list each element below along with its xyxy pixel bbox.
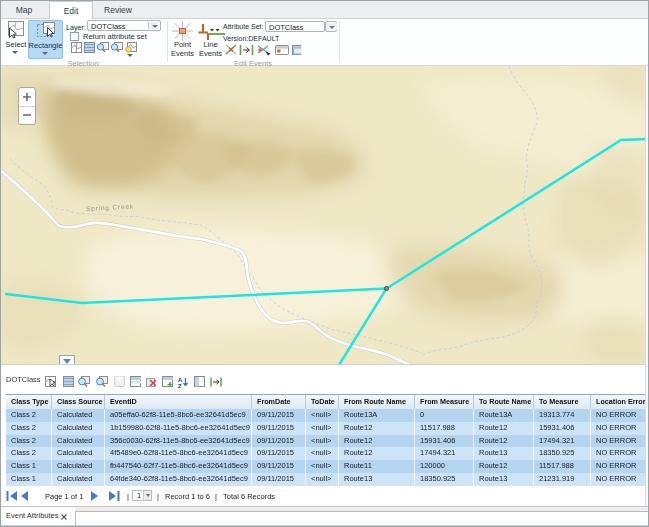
svg-text:Z: Z [178, 383, 182, 389]
